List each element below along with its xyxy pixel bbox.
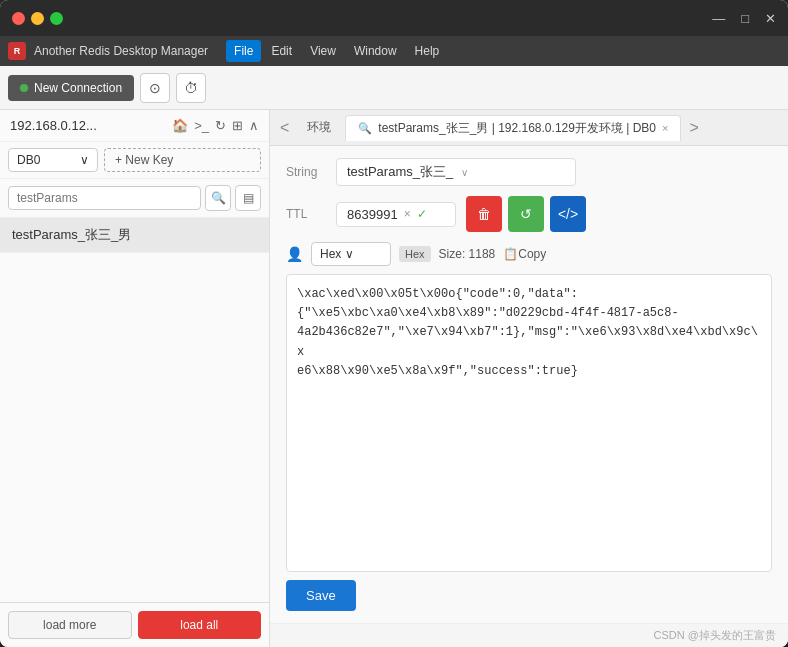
connect-icon-button[interactable]: ⊙ bbox=[140, 73, 170, 103]
format-label: Hex bbox=[320, 247, 341, 261]
key-name-chevron: ∨ bbox=[461, 167, 468, 178]
menu-file[interactable]: File bbox=[226, 40, 261, 62]
key-type-row: String testParams_张三_ ∨ bbox=[286, 158, 772, 186]
sidebar-footer: load more load all bbox=[0, 602, 269, 647]
maximize-traffic-light[interactable] bbox=[50, 12, 63, 25]
menu-window[interactable]: Window bbox=[346, 40, 405, 62]
window-controls: — □ ✕ bbox=[712, 11, 776, 26]
new-connection-label: New Connection bbox=[34, 81, 122, 95]
size-label: Size: 1188 bbox=[439, 247, 496, 261]
key-name-box[interactable]: testParams_张三_ ∨ bbox=[336, 158, 576, 186]
code-icon: </> bbox=[558, 206, 578, 222]
type-label: String bbox=[286, 165, 326, 179]
search-icon: 🔍 bbox=[211, 191, 226, 205]
value-toolbar: 👤 Hex ∨ Hex Size: 1188 📋Copy bbox=[286, 242, 772, 266]
menu-help[interactable]: Help bbox=[407, 40, 448, 62]
title-bar: — □ ✕ bbox=[0, 0, 788, 36]
active-tab[interactable]: 🔍 testParams_张三_男 | 192.168.0.129开发环境 | … bbox=[345, 115, 681, 141]
tab-env[interactable]: 环境 bbox=[295, 115, 343, 140]
ttl-clear-button[interactable]: × bbox=[404, 207, 411, 221]
app-window: — □ ✕ R Another Redis Desktop Manager Fi… bbox=[0, 0, 788, 647]
new-key-label: + New Key bbox=[115, 153, 173, 167]
connect-icon: ⊙ bbox=[149, 80, 161, 96]
minimize-traffic-light[interactable] bbox=[31, 12, 44, 25]
menu-bar: R Another Redis Desktop Manager File Edi… bbox=[0, 36, 788, 66]
ttl-row: TTL 8639991 × ✓ 🗑 ↺ </> bbox=[286, 196, 772, 232]
watermark: CSDN @掉头发的王富贵 bbox=[270, 623, 788, 647]
new-key-button[interactable]: + New Key bbox=[104, 148, 261, 172]
db-selector[interactable]: DB0 ∨ bbox=[8, 148, 98, 172]
value-type-icon: 👤 bbox=[286, 246, 303, 262]
app-logo: R bbox=[8, 42, 26, 60]
load-more-button[interactable]: load more bbox=[8, 611, 132, 639]
app-name: Another Redis Desktop Manager bbox=[34, 44, 208, 58]
sidebar-header-icons: 🏠 >_ ↻ ⊞ ∧ bbox=[172, 118, 259, 133]
delete-icon: 🗑 bbox=[477, 206, 491, 222]
ttl-label: TTL bbox=[286, 207, 326, 221]
ttl-confirm-button[interactable]: ✓ bbox=[417, 207, 427, 221]
key-item-name: testParams_张三_男 bbox=[12, 227, 131, 242]
save-button[interactable]: Save bbox=[286, 580, 356, 611]
menu-view[interactable]: View bbox=[302, 40, 344, 62]
format-chevron: ∨ bbox=[345, 247, 354, 261]
server-name: 192.168.0.12... bbox=[10, 118, 166, 133]
hex-badge: Hex bbox=[399, 246, 431, 262]
value-area: 👤 Hex ∨ Hex Size: 1188 📋Copy \xac\xed\x0… bbox=[286, 242, 772, 611]
delete-button[interactable]: 🗑 bbox=[466, 196, 502, 232]
grid-icon[interactable]: ⊞ bbox=[232, 118, 243, 133]
action-buttons: 🗑 ↺ </> bbox=[466, 196, 586, 232]
key-item[interactable]: testParams_张三_男 bbox=[0, 218, 269, 253]
tab-nav-next[interactable]: > bbox=[683, 119, 704, 137]
sidebar: 192.168.0.12... 🏠 >_ ↻ ⊞ ∧ DB0 ∨ + New K… bbox=[0, 110, 270, 647]
tab-close-button[interactable]: × bbox=[662, 122, 668, 134]
tab-nav-prev[interactable]: < bbox=[274, 119, 295, 137]
search-button[interactable]: 🔍 bbox=[205, 185, 231, 211]
filter-icon: ▤ bbox=[243, 191, 254, 205]
minimize-button[interactable]: — bbox=[712, 11, 725, 26]
refresh-button[interactable]: ↺ bbox=[508, 196, 544, 232]
new-connection-button[interactable]: New Connection bbox=[8, 75, 134, 101]
maximize-button[interactable]: □ bbox=[741, 11, 749, 26]
close-traffic-light[interactable] bbox=[12, 12, 25, 25]
save-row: Save bbox=[286, 580, 772, 611]
main-layout: 192.168.0.12... 🏠 >_ ↻ ⊞ ∧ DB0 ∨ + New K… bbox=[0, 110, 788, 647]
tab-search-icon: 🔍 bbox=[358, 122, 372, 135]
value-textarea[interactable]: \xac\xed\x00\x05t\x00o{"code":0,"data": … bbox=[286, 274, 772, 572]
search-input[interactable] bbox=[8, 186, 201, 210]
connection-status-dot bbox=[20, 84, 28, 92]
key-list: testParams_张三_男 bbox=[0, 218, 269, 602]
load-all-button[interactable]: load all bbox=[138, 611, 262, 639]
tab-bar: < 环境 🔍 testParams_张三_男 | 192.168.0.129开发… bbox=[270, 110, 788, 146]
clock-icon: ⏱ bbox=[184, 80, 198, 96]
sidebar-header: 192.168.0.12... 🏠 >_ ↻ ⊞ ∧ bbox=[0, 110, 269, 142]
terminal-icon[interactable]: >_ bbox=[194, 118, 209, 133]
filter-button[interactable]: ▤ bbox=[235, 185, 261, 211]
key-name-value: testParams_张三_ bbox=[347, 163, 453, 181]
collapse-icon[interactable]: ∧ bbox=[249, 118, 259, 133]
home-icon[interactable]: 🏠 bbox=[172, 118, 188, 133]
db-selector-chevron: ∨ bbox=[80, 153, 89, 167]
content-area: < 环境 🔍 testParams_张三_男 | 192.168.0.129开发… bbox=[270, 110, 788, 647]
refresh-icon[interactable]: ↻ bbox=[215, 118, 226, 133]
traffic-lights bbox=[12, 12, 63, 25]
key-editor: String testParams_张三_ ∨ TTL 8639991 × ✓ bbox=[270, 146, 788, 623]
close-button[interactable]: ✕ bbox=[765, 11, 776, 26]
db-selector-value: DB0 bbox=[17, 153, 40, 167]
menu-edit[interactable]: Edit bbox=[263, 40, 300, 62]
code-button[interactable]: </> bbox=[550, 196, 586, 232]
search-bar: 🔍 ▤ bbox=[0, 179, 269, 218]
copy-button[interactable]: 📋Copy bbox=[503, 247, 546, 261]
ttl-box[interactable]: 8639991 × ✓ bbox=[336, 202, 456, 227]
refresh-icon: ↺ bbox=[520, 206, 532, 222]
tab-label: testParams_张三_男 | 192.168.0.129开发环境 | DB… bbox=[378, 120, 656, 137]
settings-icon-button[interactable]: ⏱ bbox=[176, 73, 206, 103]
ttl-value: 8639991 bbox=[347, 207, 398, 222]
sidebar-controls: DB0 ∨ + New Key bbox=[0, 142, 269, 179]
format-selector[interactable]: Hex ∨ bbox=[311, 242, 391, 266]
toolbar: New Connection ⊙ ⏱ bbox=[0, 66, 788, 110]
